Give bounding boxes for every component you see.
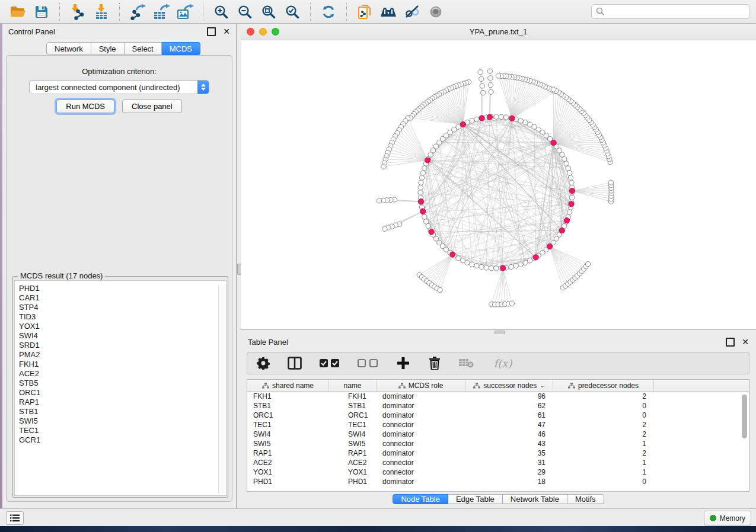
column-header-shared-name[interactable]: shared name <box>247 380 329 391</box>
show-log-button[interactable] <box>6 511 24 525</box>
clone-network-button[interactable] <box>355 2 375 21</box>
import-table-button[interactable] <box>91 2 111 21</box>
control-panel-title: Control Panel <box>8 27 207 36</box>
toggle-panel-columns-button[interactable] <box>287 355 302 371</box>
table-settings-button[interactable] <box>256 355 271 371</box>
mcds-button-row: Run MCDS Close panel <box>7 100 232 113</box>
tab-network-table[interactable]: Network Table <box>503 494 567 504</box>
show-details-eye-icon <box>428 4 444 20</box>
horizontal-splitter[interactable] <box>241 329 756 334</box>
table-tabs: Node Table Edge Table Network Table Moti… <box>241 494 756 504</box>
dropdown-stepper-icon <box>197 81 209 94</box>
zoom-selected-icon <box>285 4 300 20</box>
table-scrollbar-thumb[interactable] <box>742 395 747 438</box>
column-header-name[interactable]: name <box>329 380 377 391</box>
node-table: shared name name MCDS role successor nod… <box>247 379 749 492</box>
table-row[interactable]: YOX1YOX1connector291 <box>247 467 749 477</box>
column-header-predecessor-nodes[interactable]: predecessor nodes <box>553 380 654 391</box>
control-panel-float-button[interactable] <box>207 27 216 36</box>
toolbar-separator <box>203 3 203 21</box>
table-row[interactable]: FKH1FKH1dominator962 <box>247 392 749 401</box>
run-mcds-button[interactable]: Run MCDS <box>56 100 114 113</box>
control-panel-close-button[interactable]: ✕ <box>223 28 230 35</box>
show-details-button[interactable] <box>426 2 446 21</box>
list-item[interactable]: TEC1 <box>19 426 226 435</box>
checked-boxes-icon <box>319 358 340 368</box>
search-field[interactable] <box>591 4 750 19</box>
tab-motifs[interactable]: Motifs <box>567 494 604 504</box>
mcds-result-groupbox: MCDS result (17 nodes) PHD1 CAR1 STP4 TI… <box>12 276 228 498</box>
zoom-fit-button[interactable] <box>259 2 279 21</box>
import-network-button[interactable] <box>68 2 88 21</box>
binoculars-icon <box>379 4 398 20</box>
column-header-successor-nodes[interactable]: successor nodes⌄ <box>465 380 553 391</box>
optimization-criterion-select[interactable]: largest connected component (undirected) <box>29 80 209 94</box>
save-session-button[interactable] <box>31 2 52 21</box>
unchecked-boxes-icon <box>358 359 379 367</box>
table-row[interactable]: RAP1RAP1dominator352 <box>247 448 749 458</box>
list-item[interactable]: SRD1 <box>19 341 226 350</box>
list-item[interactable]: GCR1 <box>19 435 226 445</box>
tab-network[interactable]: Network <box>46 42 91 55</box>
zoom-in-icon <box>213 4 229 20</box>
table-row[interactable]: STB1STB1dominator620 <box>247 401 749 411</box>
list-item[interactable]: TID3 <box>19 312 226 322</box>
plus-icon <box>397 357 409 369</box>
table-row[interactable]: SWI4SWI4dominator462 <box>247 430 749 439</box>
memory-button[interactable]: Memory <box>704 511 751 525</box>
list-item[interactable]: RAP1 <box>19 398 226 407</box>
tab-node-table[interactable]: Node Table <box>393 494 448 504</box>
list-item[interactable]: STB1 <box>19 407 226 416</box>
table-row[interactable]: ACE2ACE2connector311 <box>247 458 749 467</box>
select-all-columns-button[interactable] <box>318 355 341 371</box>
export-image-button[interactable] <box>175 2 195 21</box>
column-header-mcds-role[interactable]: MCDS role <box>377 380 465 391</box>
gear-icon <box>257 357 270 370</box>
control-panel-titlebar: Control Panel ✕ <box>2 24 236 39</box>
tab-mcds[interactable]: MCDS <box>162 42 200 55</box>
delete-column-button[interactable] <box>427 355 442 371</box>
list-item[interactable]: CAR1 <box>19 293 226 303</box>
export-table-button[interactable] <box>151 2 171 21</box>
tab-edge-table[interactable]: Edge Table <box>448 494 503 504</box>
main-toolbar <box>0 0 756 24</box>
first-neighbors-button[interactable] <box>378 2 398 21</box>
table-row[interactable]: TEC1TEC1connector472 <box>247 420 749 430</box>
zoom-selected-button[interactable] <box>282 2 302 21</box>
table-scrollbar[interactable] <box>742 393 748 489</box>
create-column-button[interactable] <box>395 355 411 371</box>
hide-details-button[interactable] <box>402 2 422 21</box>
table-row[interactable]: SWI5SWI5connector431 <box>247 439 749 448</box>
list-item[interactable]: YOX1 <box>19 322 226 331</box>
table-panel-close-button[interactable]: ✕ <box>742 339 749 345</box>
tab-style[interactable]: Style <box>91 42 125 55</box>
list-item[interactable]: FKH1 <box>19 360 226 369</box>
search-input[interactable] <box>608 7 745 17</box>
list-item[interactable]: STP4 <box>19 303 226 312</box>
refresh-layout-button[interactable] <box>318 2 339 21</box>
table-panel-title: Table Panel <box>248 338 726 347</box>
column-header-filler <box>654 380 749 391</box>
zoom-in-button[interactable] <box>211 2 231 21</box>
list-item[interactable]: SWI4 <box>19 331 226 341</box>
close-panel-button[interactable]: Close panel <box>122 100 182 113</box>
export-network-button[interactable] <box>127 2 148 21</box>
mcds-result-title: MCDS result (17 nodes) <box>18 271 105 280</box>
list-item[interactable]: SWI5 <box>19 416 226 426</box>
table-panel-float-button[interactable] <box>726 338 735 347</box>
unselect-all-columns-button[interactable] <box>357 355 379 371</box>
list-item[interactable]: ACE2 <box>19 369 226 379</box>
table-row[interactable]: ORC1ORC1dominator610 <box>247 411 749 420</box>
list-item[interactable]: ORC1 <box>19 388 226 398</box>
list-item[interactable]: PHD1 <box>19 284 226 293</box>
list-item[interactable]: PMA2 <box>19 350 226 360</box>
mcds-list-scrollbar[interactable] <box>218 285 224 493</box>
tab-select[interactable]: Select <box>125 42 162 55</box>
list-item[interactable]: STB5 <box>19 379 226 388</box>
zoom-out-button[interactable] <box>235 2 255 21</box>
table-row[interactable]: PHD1PHD1dominator180 <box>247 477 749 486</box>
toolbar-separator <box>119 3 120 21</box>
network-window-title: YPA_prune.txt_1 <box>241 27 756 36</box>
open-session-button[interactable] <box>8 2 28 21</box>
network-canvas[interactable] <box>241 40 756 329</box>
